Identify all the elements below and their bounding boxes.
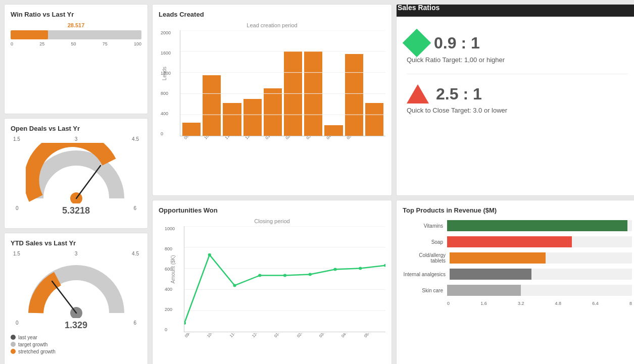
product-row-internal: Internal analgesics [403,269,632,280]
product-row-cold: Cold/allergy tablets [403,252,632,264]
legend-target-dot [11,342,16,347]
opps-x-labels: 09-2013 10-2013 11-2013 12-2013 01-2014 … [184,333,385,353]
legend-last-year-dot [11,335,16,340]
quick-close-block: 2.5 : 1 [407,84,628,103]
lead-bar-6 [284,51,302,136]
opportunities-won-panel: Opportunities Won Closing period Amount … [152,200,392,364]
open-deals-top-labels: 1.5 3 4.5 [11,136,141,142]
legend-target-growth: target growth [11,342,141,347]
product-bar-skincare [447,285,632,296]
product-bar-soap [447,236,632,247]
product-bar-vitamins [447,220,632,231]
opps-subtitle: Closing period [159,218,385,224]
quick-ratio-block: 0.9 : 1 [407,33,628,53]
product-bar-skincare-fill [447,285,521,296]
quick-close-value: 2.5 : 1 [436,85,482,103]
svg-point-18 [233,284,236,287]
win-ratio-value: 28.517 [11,22,141,28]
ytd-sales-panel: YTD Sales vs Last Yr 1.5 3 4.5 [4,233,148,364]
legend-stretched-label: stretched growth [18,349,56,354]
product-label-cold: Cold/allergy tablets [403,252,446,264]
product-row-soap: Soap [403,236,632,247]
ytd-gauge [26,257,127,318]
legend-stretched-dot [11,349,16,354]
opps-chart-area [184,226,385,332]
quick-close-triangle [407,84,429,103]
top-products-panel: Top Products in Revenue ($M) Vitamins So… [396,200,634,364]
dashboard: Win Ratio vs Last Yr 28.517 0 25 50 75 1… [0,0,634,364]
legend-target-label: target growth [18,342,47,347]
ytd-top-labels: 1.5 3 4.5 [11,251,141,256]
svg-point-19 [258,274,261,277]
product-row-vitamins: Vitamins [403,220,632,231]
product-label-internal: Internal analgesics [403,272,446,277]
win-ratio-scale: 0 25 50 75 100 [11,41,141,46]
leads-created-panel: Leads Created Lead creation period Leads… [152,4,392,196]
product-bar-vitamins-fill [447,220,627,231]
win-ratio-bar [11,30,141,39]
svg-point-24 [384,264,385,267]
lead-bar-1 [182,123,201,136]
product-bar-internal-fill [450,269,531,280]
svg-point-21 [309,273,312,276]
legend: last year target growth stretched growth [11,335,141,354]
product-bar-cold-fill [450,252,546,264]
product-label-vitamins: Vitamins [403,223,443,229]
leads-x-labels: 09-2013 10-2013 11-2013 12-2013 01-2014 … [180,136,385,157]
product-bar-soap-fill [447,236,572,247]
legend-stretched-growth: stretched growth [11,349,141,354]
legend-last-year-label: last year [18,335,37,340]
win-ratio-title: Win Ratio vs Last Yr [11,11,141,18]
ratio-divider [407,74,628,74]
lead-bar-2 [203,75,221,136]
lead-bar-8 [324,125,343,136]
open-deals-value: 5.3218 [62,205,90,216]
lead-bar-4 [243,99,262,136]
products-x-axis: 0 1.6 3.2 4.8 6.4 8 [447,301,632,306]
svg-point-16 [184,322,186,325]
svg-point-17 [208,253,211,256]
open-deals-panel: Open Deals vs Last Yr 1.5 3 4.5 [4,118,148,228]
sales-ratios-panel: Sales Ratios 0.9 : 1 Quick Ratio Target:… [396,4,634,196]
sales-ratios-header: Sales Ratios [396,4,634,17]
product-bar-cold [450,252,632,264]
svg-point-22 [333,268,336,271]
win-ratio-panel: Win Ratio vs Last Yr 28.517 0 25 50 75 1… [4,4,148,114]
svg-point-23 [359,267,362,270]
open-deals-title: Open Deals vs Last Yr [11,125,141,132]
products-chart: Vitamins Soap Cold/allergy tablets [403,220,632,306]
leads-title: Leads Created [159,11,385,18]
lead-bar-9 [345,54,363,136]
product-bar-internal [450,269,632,280]
lead-bar-7 [304,51,322,136]
product-label-skincare: Skin care [403,288,443,293]
product-row-skincare: Skin care [403,285,632,296]
ytd-bottom-labels: 0 1.329 6 [11,320,141,331]
product-label-soap: Soap [403,239,443,245]
open-deals-gauge [26,143,127,203]
legend-last-year: last year [11,335,141,340]
quick-ratio-desc: Quick Ratio Target: 1,00 or higher [407,56,628,64]
svg-point-20 [283,274,286,277]
lead-bar-5 [264,88,282,136]
quick-close-desc: Quick to Close Target: 3.0 or lower [407,107,628,114]
lead-bar-3 [223,103,241,136]
lead-bar-10 [365,103,383,136]
open-deals-bottom-labels: 0 5.3218 6 [11,205,141,216]
ytd-value: 1.329 [65,320,87,331]
left-column: Win Ratio vs Last Yr 28.517 0 25 50 75 1… [4,4,148,364]
leads-bars-container [180,30,385,136]
products-title: Top Products in Revenue ($M) [403,206,632,214]
leads-subtitle: Lead creation period [159,22,385,28]
leads-y-labels: 2000 1600 1200 800 400 0 [161,30,171,136]
quick-ratio-value: 0.9 : 1 [434,34,480,53]
win-ratio-fill [11,30,48,39]
opps-line-chart [184,226,385,332]
opps-y-labels: 1000 800 600 400 200 0 [165,226,175,332]
quick-ratio-diamond [403,29,431,58]
ytd-sales-title: YTD Sales vs Last Yr [11,239,141,247]
opps-title: Opportunities Won [159,206,385,214]
